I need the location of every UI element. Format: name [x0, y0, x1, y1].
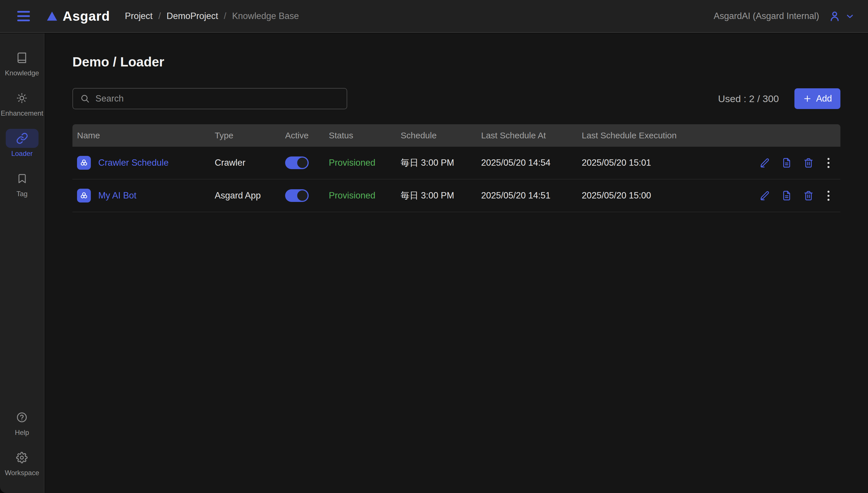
loader-name-link[interactable]: Crawler Schedule — [98, 158, 169, 168]
add-button-label: Add — [816, 93, 832, 104]
schedule-value: 毎日 3:00 PM — [396, 157, 477, 169]
sun-icon — [5, 89, 38, 108]
column-header-name: Name — [72, 131, 210, 141]
status-badge: Provisioned — [324, 190, 396, 201]
sidebar-item-label: Knowledge — [5, 69, 39, 77]
link-icon — [6, 129, 39, 148]
last-schedule-execution-value: 2025/05/20 15:01 — [577, 158, 738, 168]
document-icon[interactable] — [781, 158, 792, 168]
add-button[interactable]: Add — [794, 88, 840, 109]
more-actions-icon[interactable] — [825, 190, 832, 202]
edit-icon[interactable] — [760, 190, 770, 201]
more-actions-icon[interactable] — [825, 157, 832, 169]
sidebar-item-help[interactable]: Help — [5, 408, 38, 437]
table-header-row: Name Type Active Status Schedule Last Sc… — [72, 124, 840, 147]
breadcrumb-separator: / — [224, 11, 227, 21]
loader-type-icon — [77, 156, 91, 170]
document-icon[interactable] — [781, 190, 792, 201]
breadcrumb-knowledge-base: Knowledge Base — [232, 11, 299, 21]
trash-icon[interactable] — [803, 158, 814, 168]
hamburger-menu-icon[interactable] — [17, 11, 30, 21]
sidebar-item-label: Workspace — [5, 469, 39, 477]
active-toggle[interactable] — [285, 156, 309, 169]
breadcrumb-project[interactable]: Project — [125, 11, 152, 21]
sidebar-item-label: Help — [15, 429, 29, 437]
asgard-logo-triangle-icon — [46, 10, 58, 22]
help-circle-icon — [5, 408, 38, 427]
last-schedule-at-value: 2025/05/20 14:51 — [477, 190, 577, 201]
column-header-last-schedule-at: Last Schedule At — [477, 131, 577, 141]
breadcrumb-separator: / — [158, 11, 161, 21]
breadcrumb: Project / DemoProject / Knowledge Base — [125, 11, 299, 21]
last-schedule-at-value: 2025/05/20 14:54 — [477, 158, 577, 168]
sidebar-item-enhancement[interactable]: Enhancement — [1, 89, 43, 117]
edit-icon[interactable] — [760, 158, 770, 168]
sidebar-item-knowledge[interactable]: Knowledge — [5, 48, 39, 77]
gear-icon — [5, 448, 38, 467]
loader-type: Crawler — [210, 158, 280, 168]
brand-title: Asgard — [63, 8, 110, 24]
trash-icon[interactable] — [803, 190, 814, 201]
sidebar-item-workspace[interactable]: Workspace — [5, 448, 39, 477]
sidebar-item-label: Enhancement — [1, 109, 43, 117]
column-header-last-schedule-execution: Last Schedule Execution — [577, 131, 738, 141]
sidebar-item-label: Loader — [11, 150, 33, 158]
sidebar-item-tag[interactable]: Tag — [6, 169, 39, 198]
plus-icon — [803, 94, 812, 103]
table-row: Crawler Schedule Crawler Provisioned 毎日 … — [72, 147, 840, 179]
sidebar: Knowledge Enhancement Loader — [0, 34, 45, 493]
controls-row: Used : 2 / 300 Add — [72, 88, 840, 109]
active-toggle[interactable] — [285, 189, 309, 202]
search-input[interactable] — [95, 93, 340, 104]
column-header-active: Active — [280, 131, 324, 141]
schedule-value: 毎日 3:00 PM — [396, 190, 477, 201]
column-header-status: Status — [324, 131, 396, 141]
account-name: AsgardAI (Asgard Internal) — [714, 11, 819, 21]
loader-name-link[interactable]: My AI Bot — [98, 190, 137, 201]
column-header-schedule: Schedule — [396, 131, 477, 141]
book-icon — [5, 48, 38, 67]
sidebar-item-loader[interactable]: Loader — [6, 129, 39, 158]
page-title: Demo / Loader — [72, 54, 840, 70]
loader-type-icon — [77, 189, 91, 202]
bookmark-icon — [6, 169, 39, 188]
user-avatar-icon[interactable] — [828, 10, 841, 22]
usage-counter: Used : 2 / 300 — [718, 93, 779, 104]
table-row: My AI Bot Asgard App Provisioned 毎日 3:00… — [72, 179, 840, 212]
column-header-type: Type — [210, 131, 280, 141]
topbar: Asgard Project / DemoProject / Knowledge… — [0, 0, 868, 33]
status-badge: Provisioned — [324, 158, 396, 168]
chevron-down-icon[interactable] — [845, 11, 855, 21]
sidebar-footer: Help Workspace — [5, 408, 39, 477]
search-icon — [80, 93, 90, 104]
loader-table: Name Type Active Status Schedule Last Sc… — [72, 124, 840, 212]
main-content: Demo / Loader Used : 2 / 300 Add Name Ty… — [45, 34, 868, 493]
search-box — [72, 88, 347, 109]
topbar-account-area: AsgardAI (Asgard Internal) — [714, 10, 855, 22]
loader-type: Asgard App — [210, 190, 280, 201]
breadcrumb-demoproject[interactable]: DemoProject — [167, 11, 218, 21]
last-schedule-execution-value: 2025/05/20 15:00 — [577, 190, 738, 201]
sidebar-item-label: Tag — [16, 190, 28, 198]
